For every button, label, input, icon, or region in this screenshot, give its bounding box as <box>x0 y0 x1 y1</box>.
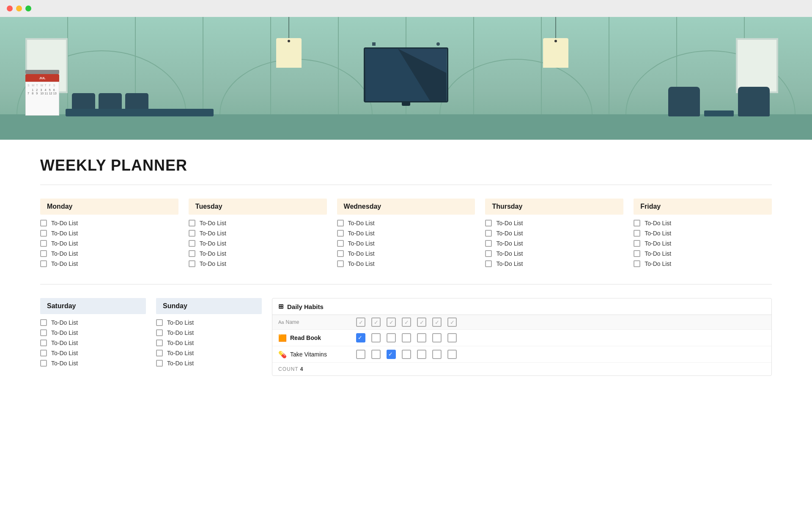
todo-checkbox[interactable] <box>485 240 492 247</box>
todo-checkbox[interactable] <box>189 220 195 226</box>
todo-item: To-Do List <box>156 360 262 367</box>
habits-col-check-4[interactable] <box>417 318 426 327</box>
todo-checkbox[interactable] <box>634 260 640 267</box>
hero-banner: JUL SMTWTFS 123456 78910111213 <box>0 17 812 140</box>
todo-checkbox[interactable] <box>156 360 163 367</box>
todo-checkbox[interactable] <box>156 340 163 346</box>
habits-col-check-0[interactable] <box>356 318 365 327</box>
todo-checkbox[interactable] <box>156 319 163 326</box>
todo-checkbox[interactable] <box>40 340 47 346</box>
maximize-button[interactable] <box>25 6 31 11</box>
habits-col-check-3[interactable] <box>402 318 411 327</box>
habit-name-text: Take Vitamins <box>290 351 327 358</box>
habit-check-1-4[interactable] <box>417 350 426 359</box>
minimize-button[interactable] <box>16 6 22 11</box>
divider-middle <box>40 284 772 284</box>
todo-checkbox[interactable] <box>189 260 195 267</box>
todo-checkbox[interactable] <box>337 250 344 257</box>
todo-checkbox[interactable] <box>40 250 47 257</box>
habit-check-0-5[interactable] <box>432 333 442 342</box>
todo-item: To-Do List <box>156 340 262 346</box>
todo-label: To-Do List <box>51 240 78 247</box>
notepad: JUL SMTWTFS 123456 78910111213 <box>25 74 59 116</box>
day-column-monday: MondayTo-Do ListTo-Do ListTo-Do ListTo-D… <box>40 199 178 271</box>
todo-checkbox[interactable] <box>634 240 640 247</box>
habit-check-1-3[interactable] <box>402 350 411 359</box>
todo-checkbox[interactable] <box>337 230 344 237</box>
todo-item: To-Do List <box>337 250 475 257</box>
habit-row-0: 🟧Read Book <box>272 330 771 346</box>
todo-label: To-Do List <box>167 350 194 356</box>
day-column-wednesday: WednesdayTo-Do ListTo-Do ListTo-Do ListT… <box>337 199 475 271</box>
todo-checkbox[interactable] <box>189 230 195 237</box>
pendant-right <box>543 17 568 68</box>
todo-label: To-Do List <box>645 240 671 247</box>
habit-check-0-6[interactable] <box>447 333 457 342</box>
day-column-thursday: ThursdayTo-Do ListTo-Do ListTo-Do ListTo… <box>485 199 623 271</box>
habit-check-1-0[interactable] <box>356 350 365 359</box>
habit-check-0-4[interactable] <box>417 333 426 342</box>
todo-checkbox[interactable] <box>40 319 47 326</box>
habits-col-check-2[interactable] <box>387 318 396 327</box>
habit-check-1-5[interactable] <box>432 350 442 359</box>
todo-item: To-Do List <box>634 250 772 257</box>
habit-check-0-0[interactable] <box>356 333 365 342</box>
todo-checkbox[interactable] <box>40 230 47 237</box>
todo-item: To-Do List <box>40 260 178 267</box>
center-table <box>66 109 214 116</box>
todo-checkbox[interactable] <box>40 329 47 336</box>
day-header-monday: Monday <box>40 199 178 215</box>
todo-item: To-Do List <box>634 220 772 226</box>
todo-item: To-Do List <box>40 360 146 367</box>
todo-checkbox[interactable] <box>40 240 47 247</box>
todo-item: To-Do List <box>485 240 623 247</box>
todo-checkbox[interactable] <box>156 329 163 336</box>
todo-checkbox[interactable] <box>634 230 640 237</box>
todo-item: To-Do List <box>189 240 327 247</box>
habits-title: Daily Habits <box>287 303 324 310</box>
todo-label: To-Do List <box>348 250 375 257</box>
todo-checkbox[interactable] <box>485 250 492 257</box>
todo-checkbox[interactable] <box>189 250 195 257</box>
habits-col-check-6[interactable] <box>447 318 457 327</box>
todo-checkbox[interactable] <box>634 220 640 226</box>
todo-checkbox[interactable] <box>156 350 163 356</box>
todo-label: To-Do List <box>200 240 226 247</box>
day-header-sunday: Sunday <box>156 298 262 314</box>
todo-label: To-Do List <box>645 260 671 267</box>
todo-label: To-Do List <box>348 260 375 267</box>
habit-check-1-1[interactable] <box>371 350 381 359</box>
todo-item: To-Do List <box>40 340 146 346</box>
todo-checkbox[interactable] <box>337 260 344 267</box>
todo-label: To-Do List <box>496 220 523 226</box>
habit-name-cell: 💊Take Vitamins <box>278 351 354 359</box>
habit-check-0-3[interactable] <box>402 333 411 342</box>
todo-item: To-Do List <box>337 240 475 247</box>
right-furniture <box>668 87 770 116</box>
todo-checkbox[interactable] <box>634 250 640 257</box>
notepad-month: JUL <box>25 74 59 82</box>
habit-check-1-2[interactable] <box>387 350 396 359</box>
habit-check-0-2[interactable] <box>387 333 396 342</box>
todo-item: To-Do List <box>40 220 178 226</box>
habits-col-headers: Aa Name <box>272 315 771 330</box>
todo-label: To-Do List <box>51 329 78 336</box>
todo-label: To-Do List <box>51 230 78 237</box>
habits-col-check-1[interactable] <box>371 318 381 327</box>
habit-check-0-1[interactable] <box>371 333 381 342</box>
todo-checkbox[interactable] <box>40 350 47 356</box>
habit-check-1-6[interactable] <box>447 350 457 359</box>
todo-checkbox[interactable] <box>485 260 492 267</box>
todo-checkbox[interactable] <box>40 360 47 367</box>
todo-checkbox[interactable] <box>337 240 344 247</box>
todo-checkbox[interactable] <box>485 230 492 237</box>
todo-item: To-Do List <box>337 230 475 237</box>
todo-checkbox[interactable] <box>40 220 47 226</box>
furniture-area: JUL SMTWTFS 123456 78910111213 <box>0 83 812 116</box>
todo-checkbox[interactable] <box>337 220 344 226</box>
todo-checkbox[interactable] <box>189 240 195 247</box>
habits-col-check-5[interactable] <box>432 318 442 327</box>
todo-checkbox[interactable] <box>40 260 47 267</box>
close-button[interactable] <box>7 6 13 11</box>
todo-checkbox[interactable] <box>485 220 492 226</box>
